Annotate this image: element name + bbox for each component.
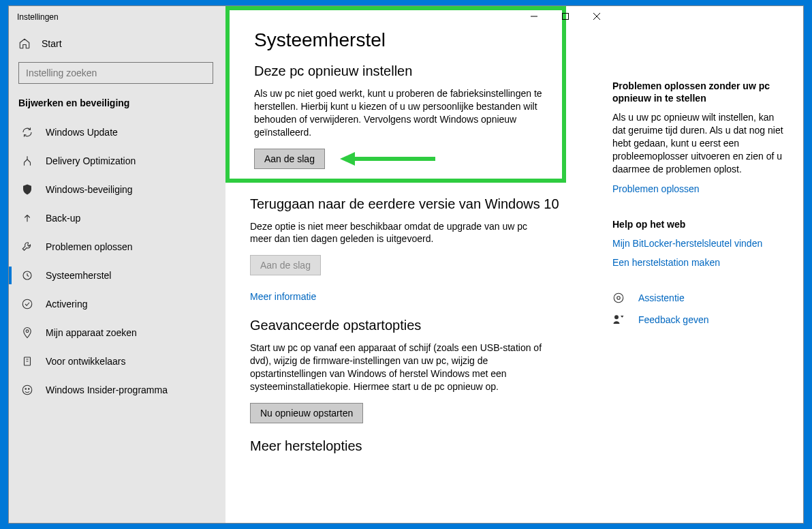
annotation-highlight: Systeemherstel Deze pc opnieuw instellen… [225, 6, 566, 183]
sidebar-section-title: Bijwerken en beveiliging [9, 93, 225, 118]
shield-icon [21, 183, 33, 196]
svg-point-4 [22, 385, 32, 395]
sidebar-item-label: Mijn apparaat zoeken [46, 327, 137, 338]
right-troubleshoot-body: Als u uw pc opnieuw wilt instellen, kan … [612, 111, 787, 175]
right-troubleshoot-heading: Problemen oplossen zonder uw pc opnieuw … [612, 80, 787, 104]
svg-rect-8 [563, 14, 569, 20]
sidebar-item-label: Windows-beveiliging [46, 184, 133, 195]
sidebar-item-backup[interactable]: Back-up [9, 204, 225, 232]
close-button[interactable] [581, 6, 612, 27]
sidebar-item-recovery[interactable]: Systeemherstel [9, 261, 225, 290]
page-title: Systeemherstel [254, 29, 562, 51]
sidebar-item-label: Problemen oplossen [46, 241, 133, 252]
svg-point-1 [22, 299, 32, 309]
more-info-link[interactable]: Meer informatie [250, 291, 316, 302]
feedback-link[interactable]: Feedback geven [638, 314, 709, 325]
sidebar-item-label: Systeemherstel [46, 270, 111, 281]
svg-point-5 [25, 389, 27, 390]
right-web-heading: Help op het web [612, 218, 787, 230]
sidebar-item-label: Delivery Optimization [46, 155, 136, 166]
svg-point-6 [29, 389, 30, 390]
get-help-link[interactable]: Assistentie [638, 292, 685, 303]
activation-icon [21, 298, 33, 310]
sidebar-item-label: Activering [46, 299, 87, 309]
maximize-button[interactable] [550, 6, 581, 27]
reset-description: Als uw pc niet goed werkt, kunt u prober… [254, 87, 554, 139]
insider-icon [21, 384, 33, 396]
svg-point-14 [617, 297, 621, 300]
find-device-icon [21, 327, 33, 339]
recovery-icon [21, 269, 33, 282]
svg-marker-12 [340, 152, 355, 166]
right-troubleshoot-link[interactable]: Problemen oplossen [612, 183, 700, 194]
goback-description: Deze optie is niet meer beschikbaar omda… [250, 220, 550, 246]
search-input[interactable] [18, 62, 213, 84]
sidebar-item-label: Windows Insider-programma [46, 384, 168, 395]
sidebar-home[interactable]: Start [9, 28, 225, 59]
backup-icon [21, 212, 33, 224]
sidebar-item-insider[interactable]: Windows Insider-programma [9, 376, 225, 404]
sidebar-item-troubleshoot[interactable]: Problemen oplossen [9, 232, 225, 261]
reset-heading: Deze pc opnieuw instellen [254, 63, 562, 79]
goback-heading: Teruggaan naar de eerdere versie van Win… [250, 196, 599, 212]
delivery-icon [21, 155, 33, 167]
svg-point-2 [26, 330, 29, 333]
sidebar-item-label: Back-up [46, 213, 80, 224]
advanced-heading: Geavanceerde opstartopties [250, 318, 599, 333]
sidebar-item-windows-security[interactable]: Windows-beveiliging [9, 175, 225, 204]
advanced-description: Start uw pc op vanaf een apparaat of sch… [250, 342, 550, 393]
goback-button: Aan de slag [250, 255, 321, 275]
developer-icon [21, 355, 33, 367]
sync-icon [21, 126, 33, 138]
sidebar-item-activation[interactable]: Activering [9, 290, 225, 318]
sidebar-item-label: Windows Update [46, 127, 118, 138]
restart-now-button[interactable]: Nu opnieuw opstarten [250, 403, 363, 423]
sidebar-item-developers[interactable]: Voor ontwikkelaars [9, 347, 225, 376]
assist-icon [612, 292, 625, 304]
sidebar-item-label: Voor ontwikkelaars [46, 356, 126, 367]
troubleshoot-icon [21, 241, 33, 253]
recovery-drive-link[interactable]: Een herstelstation maken [612, 257, 720, 268]
reset-get-started-button[interactable]: Aan de slag [254, 149, 325, 169]
annotation-arrow-icon [340, 151, 435, 167]
window-title: Instellingen [9, 6, 225, 28]
svg-point-13 [614, 293, 623, 303]
svg-point-15 [614, 315, 619, 319]
minimize-button[interactable] [518, 6, 550, 27]
sidebar-home-label: Start [42, 38, 62, 49]
home-icon [18, 37, 31, 50]
more-recovery-heading: Meer herstelopties [250, 438, 599, 454]
feedback-icon [612, 314, 625, 326]
sidebar-item-windows-update[interactable]: Windows Update [9, 118, 225, 147]
sidebar-item-find-device[interactable]: Mijn apparaat zoeken [9, 318, 225, 347]
bitlocker-link[interactable]: Mijn BitLocker-herstelsleutel vinden [612, 238, 762, 249]
sidebar-item-delivery-optimization[interactable]: Delivery Optimization [9, 147, 225, 175]
